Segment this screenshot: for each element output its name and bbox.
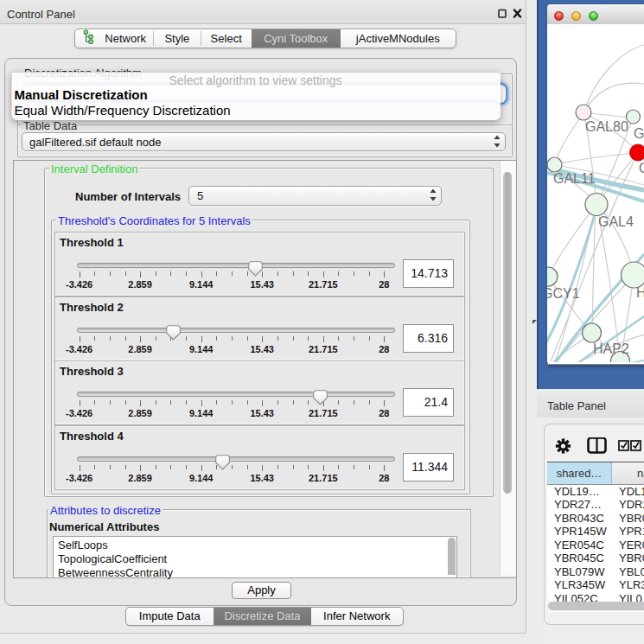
svg-text:GAL11: GAL11 (553, 171, 596, 186)
svg-text:GCY1: GCY1 (547, 286, 580, 301)
svg-text:H: H (636, 285, 644, 300)
svg-text:GAL4: GAL4 (598, 214, 634, 229)
svg-text:C: C (639, 161, 644, 175)
svg-text:GAL80: GAL80 (585, 119, 628, 134)
svg-text:HAP2: HAP2 (593, 341, 629, 356)
svg-text:GA: GA (634, 126, 644, 141)
